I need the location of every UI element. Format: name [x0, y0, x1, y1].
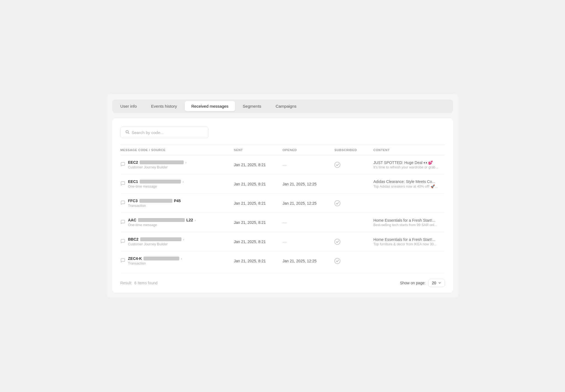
dash: —: [283, 220, 287, 225]
main-panel: MESSAGE CODE / SOURCESENTOPENEDSUBSCRIBE…: [112, 118, 453, 293]
dash: —: [283, 239, 287, 244]
col-header-content: CONTENT: [373, 145, 445, 155]
code-prefix: EEC2: [128, 160, 138, 165]
search-wrapper: [120, 127, 445, 138]
table-row: FFC3 P45 Transaction Jan 21, 2025, 8:21J…: [120, 194, 445, 213]
code-blurred: [140, 160, 184, 164]
row-chevron[interactable]: ›: [181, 257, 182, 261]
content-cell: Adidas Clearance: Style Meets Co... Top …: [373, 174, 445, 194]
subscribed-status: [334, 213, 373, 232]
col-header-code: MESSAGE CODE / SOURCE: [120, 145, 234, 155]
content-subtitle: It's time to refresh your wardrobe or gr…: [373, 165, 445, 169]
subscribed-status: [334, 251, 373, 271]
message-icon: [120, 181, 125, 187]
message-icon: [120, 219, 125, 225]
row-chevron[interactable]: ›: [183, 180, 184, 184]
table-row: AAC L22 › One-time message Jan 21, 2025,…: [120, 213, 445, 232]
content-title: Home Essentials for a Fresh Start!...: [373, 218, 445, 223]
sent-date: Jan 21, 2025, 8:21: [234, 194, 283, 213]
content-cell: [373, 194, 445, 213]
sent-date: Jan 21, 2025, 8:21: [234, 251, 283, 271]
show-label: Show on page:: [400, 281, 426, 285]
pagination-controls: Show on page: 20: [400, 279, 445, 287]
search-input[interactable]: [132, 130, 204, 135]
code-prefix: EEC1: [128, 179, 138, 184]
row-chevron[interactable]: ›: [185, 160, 186, 165]
col-header-sent: SENT: [234, 145, 283, 155]
tab-events-history[interactable]: Events history: [145, 101, 184, 111]
message-icon: [120, 200, 125, 206]
tab-campaigns[interactable]: Campaigns: [269, 101, 303, 111]
code-suffix: L22: [186, 218, 193, 222]
code-prefix: ZEC4-K: [128, 256, 142, 261]
message-icon: [120, 162, 125, 168]
tab-bar: User infoEvents historyReceived messages…: [112, 99, 453, 113]
result-text: Result: 6 items found: [120, 281, 158, 285]
svg-line-1: [128, 133, 129, 134]
subscribed-icon: [334, 200, 340, 206]
page-size-select[interactable]: 20: [428, 279, 445, 287]
content-subtitle: Best-selling tech starts from 99 SAR onl…: [373, 223, 445, 227]
table-row: EEC1 › One-time message Jan 21, 2025, 8:…: [120, 174, 445, 194]
table-row: BBC2 › Customer Journey Builder Jan 21, …: [120, 232, 445, 251]
subscribed-icon: [334, 162, 340, 168]
code-prefix: FFC3: [128, 199, 138, 203]
opened-date: —: [283, 232, 335, 251]
opened-date: —: [283, 213, 335, 232]
opened-date: Jan 21, 2025, 12:25: [283, 251, 335, 271]
content-title: JUST SPOTTED: Huge Deal 👀💕: [373, 160, 445, 165]
subscribed-status: [334, 155, 373, 174]
table-row: EEC2 › Customer Journey Builder Jan 21, …: [120, 155, 445, 174]
source-label: Transaction: [128, 204, 181, 208]
code-blurred: [139, 199, 172, 203]
check-circle: [334, 162, 340, 168]
tab-received-messages[interactable]: Received messages: [185, 101, 235, 111]
result-label: Result:: [120, 281, 133, 285]
opened-date: Jan 21, 2025, 12:25: [283, 174, 335, 194]
col-header-opened: OPENED: [283, 145, 335, 155]
table-row: ZEC4-K › Transaction Jan 21, 2025, 8:21J…: [120, 251, 445, 271]
row-chevron[interactable]: ›: [183, 237, 184, 241]
message-icon: [120, 239, 125, 244]
content-title: Adidas Clearance: Style Meets Co...: [373, 179, 445, 184]
dash: —: [283, 162, 287, 167]
source-label: Customer Journey Builder: [128, 242, 184, 246]
subscribed-icon: [334, 239, 340, 245]
content-cell: [373, 251, 445, 271]
sent-date: Jan 21, 2025, 8:21: [234, 213, 283, 232]
content-subtitle: Top furniture & decor from IKEA now 30..…: [373, 242, 445, 246]
tab-user-info[interactable]: User info: [114, 101, 144, 111]
sent-date: Jan 21, 2025, 8:21: [234, 232, 283, 251]
source-label: Transaction: [128, 262, 182, 265]
code-blurred: [138, 218, 185, 222]
check-circle: [334, 200, 340, 206]
tab-segments[interactable]: Segments: [236, 101, 268, 111]
subscribed-status: [334, 232, 373, 251]
sent-date: Jan 21, 2025, 8:21: [234, 174, 283, 194]
content-cell: Home Essentials for a Fresh Start!... To…: [373, 232, 445, 251]
content-cell: JUST SPOTTED: Huge Deal 👀💕 It's time to …: [373, 155, 445, 174]
content-title: Home Essentials for a Fresh Start!...: [373, 237, 445, 242]
check-circle: [334, 258, 340, 264]
subscribed-icon: [334, 258, 340, 264]
code-blurred: [140, 237, 181, 241]
code-prefix: AAC: [128, 218, 136, 222]
source-label: One-time message: [128, 223, 196, 227]
code-blurred: [140, 180, 181, 184]
main-container: User infoEvents historyReceived messages…: [107, 94, 459, 298]
page-size-value: 20: [432, 281, 436, 285]
opened-date: —: [283, 155, 335, 174]
subscribed-status: [334, 174, 373, 194]
check-circle: [334, 239, 340, 245]
code-suffix: P45: [174, 199, 181, 203]
opened-date: Jan 21, 2025, 12:25: [283, 194, 335, 213]
code-blurred: [144, 257, 179, 260]
source-label: Customer Journey Builder: [128, 165, 187, 169]
source-label: One-time message: [128, 185, 184, 188]
result-count: 6 items found: [134, 281, 158, 285]
row-chevron[interactable]: ›: [195, 218, 196, 222]
content-subtitle: Top Adidas sneakers now at 40% off! 🚀...: [373, 184, 445, 188]
code-prefix: BBC2: [128, 237, 139, 241]
table-footer: Result: 6 items found Show on page: 20: [120, 273, 445, 293]
message-icon: [120, 258, 125, 264]
